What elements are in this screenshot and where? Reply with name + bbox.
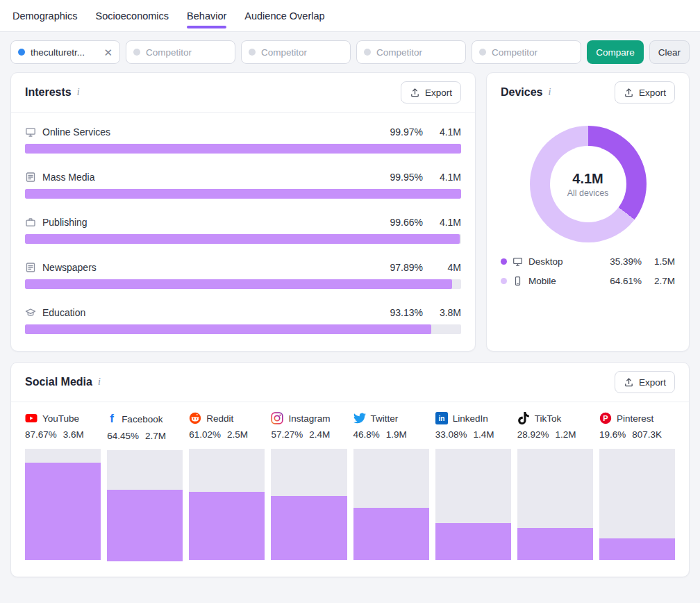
platform-bar-fill <box>25 463 101 560</box>
interest-percent: 97.89% <box>377 262 423 273</box>
interests-list: Online Services 99.97% 4.1M Mass Media 9… <box>11 113 475 351</box>
competitor-placeholder: Competitor <box>492 47 574 58</box>
interest-row: Mass Media 99.95% 4.1M <box>25 172 461 199</box>
devices-export-button[interactable]: Export <box>615 81 675 104</box>
placeholder-dot-icon <box>133 49 140 56</box>
clear-button[interactable]: Clear <box>649 40 690 64</box>
platform-label: Facebook <box>122 414 162 424</box>
competitor-input-2[interactable]: Competitor <box>241 40 351 64</box>
interest-bar-track <box>25 144 461 154</box>
tab-audience-overlap[interactable]: Audience Overlap <box>244 0 324 31</box>
interest-value: 4.1M <box>429 126 461 138</box>
close-icon[interactable]: ✕ <box>103 47 112 58</box>
platform-bar-fill <box>435 523 511 560</box>
platform-label: Instagram <box>288 413 330 424</box>
selected-domain-label: theculturetr... <box>31 47 98 58</box>
legend-value: 1.5M <box>647 256 675 267</box>
interest-row: Publishing 99.66% 4.1M <box>25 217 461 244</box>
competitor-placeholder: Competitor <box>376 47 458 58</box>
interest-bar-track <box>25 189 461 199</box>
platform-value: 1.9M <box>386 429 407 440</box>
pinterest-icon: P <box>599 412 612 424</box>
platform-bar-track <box>599 449 675 560</box>
mobile-legend-dot <box>501 278 507 284</box>
export-icon <box>624 88 634 98</box>
devices-card: Devices i Export 4.1M All devices <box>486 72 690 352</box>
platform-label: Twitter <box>371 413 399 424</box>
tab-demographics[interactable]: Demographics <box>12 0 78 31</box>
interests-card: Interests i Export Online Services 99.97… <box>10 72 476 352</box>
export-icon <box>410 88 420 98</box>
tab-label: Socioeconomics <box>96 10 169 22</box>
platform-bar-fill <box>189 492 265 560</box>
legend-value: 2.7M <box>647 276 675 286</box>
reddit-icon <box>189 412 201 424</box>
info-icon[interactable]: i <box>549 87 551 98</box>
linkedin-icon: in <box>435 412 448 424</box>
interest-row: Education 93.13% 3.8M <box>25 307 461 334</box>
social-title: Social Media <box>25 376 92 388</box>
platform-bar-track <box>435 449 511 560</box>
interests-header: Interests i Export <box>11 73 475 113</box>
devices-donut-chart: 4.1M All devices <box>530 126 647 242</box>
interests-export-button[interactable]: Export <box>401 81 461 104</box>
platform-bar-fill <box>271 496 347 560</box>
platform-percent: 46.8% <box>353 429 380 440</box>
tab-socioeconomics[interactable]: Socioeconomics <box>96 0 169 31</box>
competitor-input-4[interactable]: Competitor <box>472 40 581 64</box>
main-content: Interests i Export Online Services 99.97… <box>0 71 700 586</box>
platform-bar-fill <box>107 490 183 561</box>
platform-percent: 87.67% <box>25 429 57 440</box>
competitor-placeholder: Competitor <box>146 47 228 58</box>
interest-percent: 99.66% <box>377 217 423 228</box>
interest-value: 3.8M <box>429 307 461 318</box>
interest-label: Publishing <box>42 217 88 228</box>
legend-label: Mobile <box>528 276 556 286</box>
social-column-pinterest: P Pinterest 19.6% 807.3K <box>599 412 675 561</box>
interest-bar-track <box>25 279 461 289</box>
tab-behavior[interactable]: Behavior <box>187 0 226 31</box>
platform-percent: 57.27% <box>271 429 303 440</box>
compare-button[interactable]: Compare <box>587 40 644 64</box>
tab-label: Demographics <box>12 10 78 22</box>
interest-label: Mass Media <box>42 172 94 183</box>
selected-domain-chip[interactable]: theculturetr... ✕ <box>10 40 120 64</box>
competitor-input-1[interactable]: Competitor <box>126 40 235 64</box>
newspaper-icon <box>25 262 36 273</box>
social-column-tiktok: TikTok 28.92% 1.2M <box>517 412 593 561</box>
svg-text:in: in <box>438 415 444 422</box>
interest-label: Education <box>42 307 85 318</box>
interest-percent: 99.97% <box>377 126 423 138</box>
interest-value: 4.1M <box>429 172 461 183</box>
interests-title: Interests <box>25 86 72 99</box>
social-column-reddit: Reddit 61.02% 2.5M <box>189 412 265 561</box>
platform-percent: 33.08% <box>435 429 467 440</box>
info-icon[interactable]: i <box>77 87 80 98</box>
platform-percent: 28.92% <box>517 429 549 440</box>
devices-header: Devices i Export <box>487 73 689 112</box>
platform-percent: 61.02% <box>189 429 221 440</box>
domain-dot-icon <box>18 49 25 56</box>
platform-label: TikTok <box>535 413 562 424</box>
devices-title: Devices <box>501 86 543 99</box>
interest-bar-track <box>25 324 461 334</box>
legend-row-desktop: Desktop 35.39% 1.5M <box>501 256 675 267</box>
export-label: Export <box>639 88 666 98</box>
competitor-input-3[interactable]: Competitor <box>356 40 466 64</box>
monitor-icon <box>25 126 36 138</box>
legend-percent: 64.61% <box>606 276 642 286</box>
interest-value: 4M <box>429 262 461 273</box>
interest-bar-fill <box>25 189 461 199</box>
interest-percent: 93.13% <box>377 307 423 318</box>
social-export-button[interactable]: Export <box>615 371 675 393</box>
devices-total-label: All devices <box>567 188 609 198</box>
info-icon[interactable]: i <box>98 377 101 388</box>
social-column-twitter: Twitter 46.8% 1.9M <box>353 412 429 561</box>
interest-bar-fill <box>25 234 460 244</box>
platform-bar-track <box>517 449 593 560</box>
education-icon <box>25 307 36 318</box>
social-columns: YouTube 87.67% 3.6M f Facebook 64.45% 2.… <box>11 402 689 577</box>
platform-value: 2.7M <box>145 431 166 441</box>
placeholder-dot-icon <box>364 49 371 56</box>
platform-value: 1.4M <box>473 429 494 440</box>
